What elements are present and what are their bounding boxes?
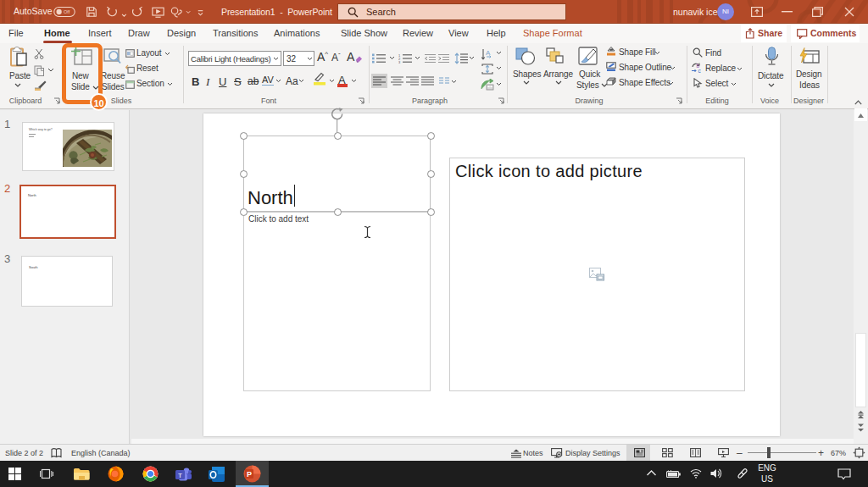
svg-text:P: P	[247, 470, 252, 479]
svg-text:c: c	[698, 68, 702, 74]
svg-text:Off: Off	[64, 9, 70, 14]
svg-text:T: T	[178, 472, 182, 479]
svg-text:3: 3	[398, 60, 401, 64]
